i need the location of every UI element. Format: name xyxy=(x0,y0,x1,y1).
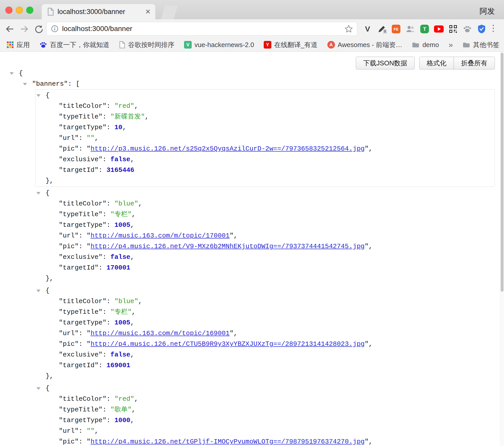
profile-name: 阿发 xyxy=(480,6,495,17)
translate-pen-icon[interactable]: 英 xyxy=(377,24,387,34)
fe-extension-icon[interactable]: FE xyxy=(391,24,401,34)
format-button[interactable]: 格式化 xyxy=(419,57,454,69)
url-text[interactable]: localhost:3000/banner xyxy=(62,25,345,33)
bookmark-label: demo xyxy=(422,41,439,49)
collapse-triangle-icon[interactable] xyxy=(10,72,14,75)
json-line: { xyxy=(46,90,495,101)
json-line: "url": "http://music.163.com/m/topic/170… xyxy=(59,230,495,241)
json-line: "titleColor": "blue", xyxy=(59,296,495,307)
forward-button[interactable] xyxy=(19,24,30,34)
reload-button[interactable] xyxy=(34,24,44,34)
json-line: "url": "", xyxy=(59,426,495,436)
tab-close-icon[interactable]: ✕ xyxy=(145,8,151,16)
bookmarks-overflow-chevron[interactable]: » xyxy=(449,40,453,49)
paw-extension-icon[interactable] xyxy=(462,24,472,34)
bookmark-vue-hackernews[interactable]: V vue-hackernews-2.0 xyxy=(184,41,254,49)
banner-object-block: {"titleColor": "blue","typeTitle": "专栏",… xyxy=(35,187,495,285)
page-info-icon[interactable] xyxy=(51,25,59,33)
browser-tab[interactable]: localhost:3000/banner ✕ xyxy=(42,4,155,19)
collapse-triangle-icon[interactable] xyxy=(36,192,40,195)
new-tab-button[interactable] xyxy=(161,6,178,19)
bookmark-label: Awesomes - 前端资… xyxy=(338,40,402,49)
json-line: }, xyxy=(46,175,495,186)
youdao-icon: Y xyxy=(264,41,271,49)
apps-grid-icon xyxy=(7,41,14,48)
download-json-button[interactable]: 下载JSON数据 xyxy=(356,57,415,69)
json-url-link[interactable]: http://p4.music.126.net/CTU5B9R9y3XyYBZX… xyxy=(91,340,365,348)
bookmark-star-icon[interactable] xyxy=(345,25,353,33)
address-bar[interactable]: localhost:3000/banner xyxy=(47,22,357,36)
back-button[interactable] xyxy=(5,24,15,34)
forward-arrow-icon xyxy=(20,25,29,33)
bookmark-awesomes[interactable]: A Awesomes - 前端资… xyxy=(327,40,402,49)
json-line: { xyxy=(19,68,495,79)
banner-object-block: {"titleColor": "blue","typeTitle": "专栏",… xyxy=(35,285,495,382)
svg-text:英: 英 xyxy=(383,29,387,34)
json-line: }, xyxy=(46,273,495,284)
green-shield-extension-icon[interactable]: T xyxy=(419,24,430,34)
json-toolbar: 下载JSON数据 格式化 折叠所有 xyxy=(356,57,495,69)
collapse-all-button[interactable]: 折叠所有 xyxy=(454,57,495,69)
qr-code-icon[interactable] xyxy=(448,24,458,34)
json-url-link[interactable]: http://p4.music.126.net/V9-MXz6b2MNhEKju… xyxy=(91,243,365,250)
bookmark-folder-other[interactable]: 其他书签 xyxy=(463,40,499,49)
tab-title: localhost:3000/banner xyxy=(58,8,143,16)
vue-icon: V xyxy=(184,41,192,49)
baidu-paw-icon xyxy=(39,41,47,49)
bookmark-label: 应用 xyxy=(17,40,30,49)
bookmark-label: vue-hackernews-2.0 xyxy=(194,41,254,49)
json-line: "titleColor": "red", xyxy=(59,101,495,111)
collapse-triangle-icon[interactable] xyxy=(36,94,40,97)
json-url-link[interactable]: http://p4.music.126.net/tGPljf-IMOCyPvum… xyxy=(91,438,365,445)
json-line: "typeTitle": "歌单", xyxy=(59,404,495,415)
json-line: "targetType": 1005, xyxy=(59,317,495,328)
window-zoom-button[interactable] xyxy=(26,7,33,14)
people-extension-icon[interactable] xyxy=(405,24,415,34)
json-line: "targetId": 3165446 xyxy=(59,165,495,175)
json-line: "typeTitle": "专栏", xyxy=(59,307,495,317)
bookmark-google-sort[interactable]: 谷歌按时间排序 xyxy=(119,40,174,49)
bookmark-baidu[interactable]: 百度一下，你就知道 xyxy=(39,40,109,49)
json-line: "exclusive": false, xyxy=(59,252,495,262)
page-favicon-icon xyxy=(47,8,54,16)
json-line: "targetType": 1005, xyxy=(59,220,495,230)
json-line: { xyxy=(46,285,495,296)
bookmark-label: 百度一下，你就知道 xyxy=(50,40,109,49)
json-line: "url": "http://music.163.com/m/topic/169… xyxy=(59,328,495,339)
awesomes-icon: A xyxy=(327,41,335,49)
v-extension-icon[interactable]: V xyxy=(362,24,373,34)
menu-dots-icon[interactable]: ⋮ xyxy=(488,23,498,33)
folder-icon xyxy=(412,42,419,48)
json-url-link[interactable]: http://music.163.com/m/topic/170001 xyxy=(91,232,230,240)
browser-toolbar: localhost:3000/banner V 英 FE T xyxy=(0,19,504,38)
json-line: "url": "", xyxy=(59,133,495,143)
scrollbar-thumb[interactable] xyxy=(501,53,503,292)
window-minimize-button[interactable] xyxy=(16,7,23,14)
collapse-triangle-icon[interactable] xyxy=(23,83,27,85)
json-line: "exclusive": false, xyxy=(59,349,495,360)
youtube-icon[interactable] xyxy=(434,24,444,34)
json-tree: {"banners": [{"titleColor": "red","typeT… xyxy=(0,52,504,446)
json-url-link[interactable]: http://p3.music.126.net/s25q2x5QyqsAzilC… xyxy=(91,145,365,153)
json-line: { xyxy=(46,383,495,394)
window-close-button[interactable] xyxy=(5,7,12,14)
json-line: "typeTitle": "专栏", xyxy=(59,209,495,220)
bookmarks-bar: 应用 百度一下，你就知道 谷歌按时间排序 V vue-hackernews-2.… xyxy=(0,38,504,52)
blue-shield-check-icon[interactable] xyxy=(477,24,487,34)
bookmark-youdao-translate[interactable]: Y 在线翻译_有道 xyxy=(264,40,317,49)
collapse-triangle-icon[interactable] xyxy=(36,290,40,292)
json-line: "pic": "http://p4.music.126.net/V9-MXz6b… xyxy=(59,241,495,252)
json-line: "targetId": 169001 xyxy=(59,360,495,371)
json-line: { xyxy=(46,188,495,198)
banner-object-block: {"titleColor": "red","typeTitle": "歌单","… xyxy=(35,382,495,446)
reload-icon xyxy=(34,24,43,34)
bookmark-apps[interactable]: 应用 xyxy=(7,40,30,49)
json-line: "pic": "http://p4.music.126.net/tGPljf-I… xyxy=(59,436,495,446)
json-line: "targetType": 1000, xyxy=(59,415,495,426)
back-arrow-icon xyxy=(5,25,14,33)
page-scrollbar[interactable] xyxy=(500,52,504,446)
json-url-link[interactable]: http://music.163.com/m/topic/169001 xyxy=(91,330,230,337)
folder-icon xyxy=(463,42,470,48)
bookmark-folder-demo[interactable]: demo xyxy=(412,41,439,49)
collapse-triangle-icon[interactable] xyxy=(36,387,40,390)
